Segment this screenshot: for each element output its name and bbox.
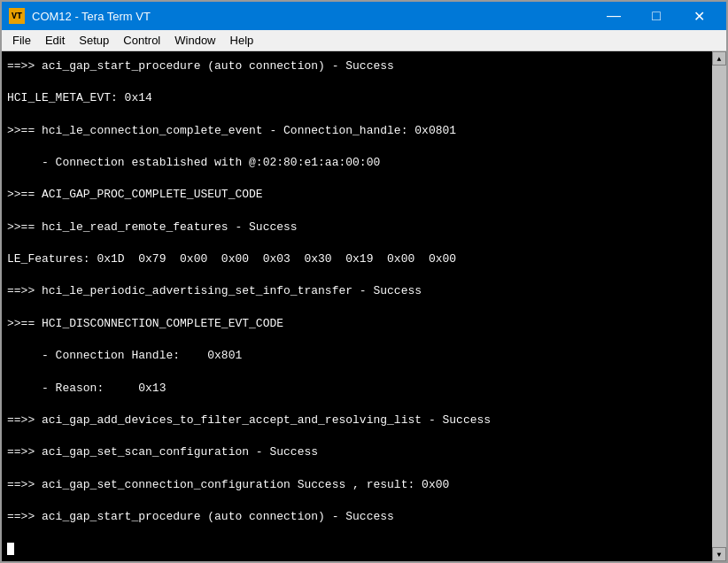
menu-bar: File Edit Setup Control Window Help bbox=[2, 30, 726, 51]
main-window: VT COM12 - Tera Term VT — □ ✕ File Edit … bbox=[0, 0, 728, 563]
terminal-line: - Connection established with @:02:80:e1… bbox=[7, 155, 707, 171]
terminal-line: ==>> aci_gap_start_procedure (auto conne… bbox=[7, 58, 707, 74]
terminal-line: >>== hci_le_read_remote_features - Succe… bbox=[7, 220, 707, 235]
window-title: COM12 - Tera Term VT bbox=[32, 10, 593, 23]
scroll-down-button[interactable]: ▼ bbox=[712, 547, 726, 561]
title-bar: VT COM12 - Tera Term VT — □ ✕ bbox=[2, 2, 726, 30]
menu-edit[interactable]: Edit bbox=[38, 32, 72, 49]
minimize-button[interactable]: — bbox=[593, 2, 634, 30]
terminal-line: ==>> aci_gap_set_connection_configuratio… bbox=[7, 477, 707, 493]
terminal-line: >>== HCI_DISCONNECTION_COMPLETE_EVT_CODE bbox=[7, 316, 707, 332]
terminal-container: Success: aci_hal_set_tx_power_level comm… bbox=[2, 51, 726, 561]
terminal-line: - Connection Handle: 0x801 bbox=[7, 348, 707, 364]
terminal-line: ==>> hci_le_periodic_advertising_set_inf… bbox=[7, 283, 707, 299]
terminal-line: ==>> aci_gap_add_devices_to_filter_accep… bbox=[7, 413, 707, 428]
terminal-line: >>== ACI_GAP_PROC_COMPLETE_USEUT_CODE bbox=[7, 187, 707, 203]
menu-file[interactable]: File bbox=[5, 32, 38, 49]
terminal-line: >>== hci_le_connection_complete_event - … bbox=[7, 123, 707, 139]
terminal-line: HCI_LE_META_EVT: 0x14 bbox=[7, 90, 707, 106]
terminal-output[interactable]: Success: aci_hal_set_tx_power_level comm… bbox=[2, 51, 712, 561]
window-controls: — □ ✕ bbox=[593, 2, 719, 30]
terminal-line: - Reason: 0x13 bbox=[7, 381, 707, 397]
scroll-up-button[interactable]: ▲ bbox=[712, 51, 726, 66]
terminal-line: LE_Features: 0x1D 0x79 0x00 0x00 0x03 0x… bbox=[7, 251, 707, 267]
terminal-cursor-line bbox=[7, 541, 707, 557]
maximize-button[interactable]: □ bbox=[636, 2, 677, 30]
menu-window[interactable]: Window bbox=[167, 32, 222, 49]
app-icon: VT bbox=[9, 8, 25, 24]
terminal-line: ==>> aci_gap_set_scan_configuration - Su… bbox=[7, 444, 707, 460]
cursor bbox=[7, 543, 14, 555]
menu-setup[interactable]: Setup bbox=[72, 32, 116, 49]
scrollbar[interactable]: ▲ ▼ bbox=[712, 51, 726, 561]
menu-help[interactable]: Help bbox=[223, 32, 261, 49]
terminal-line: ==>> aci_gap_start_procedure (auto conne… bbox=[7, 509, 707, 525]
scrollbar-track[interactable] bbox=[712, 66, 726, 547]
menu-control[interactable]: Control bbox=[116, 32, 167, 49]
close-button[interactable]: ✕ bbox=[678, 2, 719, 30]
